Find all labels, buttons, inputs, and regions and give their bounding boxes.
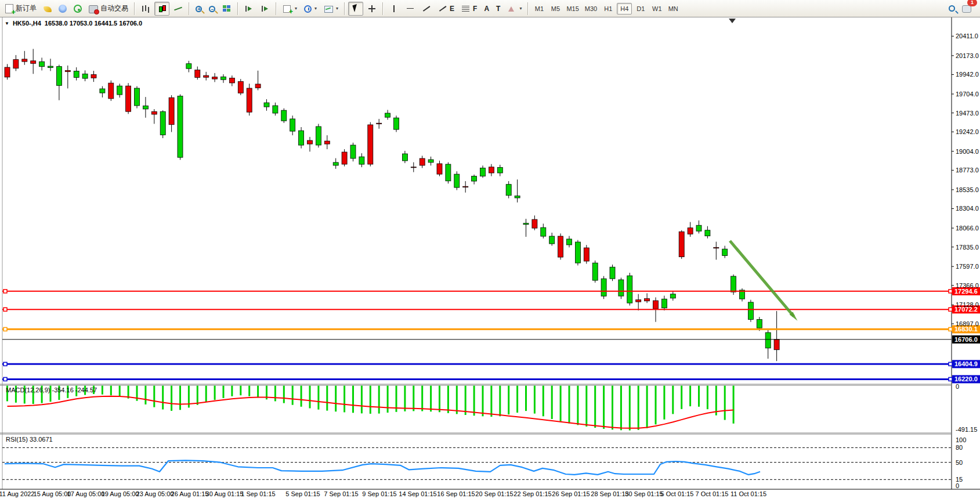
chart-shift-button[interactable] xyxy=(258,2,273,16)
candle xyxy=(515,196,520,198)
signal-icon xyxy=(74,5,82,13)
y-axis-tick-label: 18066.0 xyxy=(956,225,979,232)
candle xyxy=(731,276,736,292)
search-button[interactable] xyxy=(946,2,958,16)
horizontal-line-tool-button[interactable] xyxy=(403,2,418,16)
text-tool-button[interactable]: A xyxy=(481,2,492,16)
channel-tool-button[interactable]: E xyxy=(435,2,457,16)
candle xyxy=(575,242,580,263)
main-toolbar: 新订单 自动交易 ▾ ▾ xyxy=(0,0,980,17)
periods-button[interactable]: ▾ xyxy=(301,2,320,16)
notifications-button[interactable]: 1 xyxy=(959,2,974,16)
autotrade-button[interactable]: 自动交易 xyxy=(86,2,131,16)
toolbar-separator xyxy=(134,2,135,15)
crosshair-icon xyxy=(367,4,377,13)
level-axis-handle xyxy=(949,290,952,293)
x-axis-label: 9 Sep 01:15 xyxy=(362,490,396,497)
candle xyxy=(5,67,10,77)
candle xyxy=(342,152,347,164)
line-chart-mode-button[interactable] xyxy=(171,2,186,16)
candle xyxy=(39,62,45,67)
candle xyxy=(238,81,243,93)
y-axis-tick-label: 19473.0 xyxy=(956,110,979,117)
level-axis-handle xyxy=(949,362,952,366)
timeframe-button-m15[interactable]: M15 xyxy=(564,3,581,15)
candle xyxy=(645,299,650,301)
shapes-tool-button[interactable]: ▾ xyxy=(504,2,525,16)
rsi-axis-label: 80 xyxy=(956,444,963,451)
bar-chart-mode-button[interactable] xyxy=(138,2,153,16)
x-axis-label: 22 Sep 01:15 xyxy=(513,490,551,497)
indicators-button[interactable]: ▾ xyxy=(280,2,300,16)
trendline-tool-button[interactable] xyxy=(419,2,434,16)
trendline-icon xyxy=(422,4,431,13)
macd-label: MACD(12,26,9) -354.16 -244.57 xyxy=(6,387,97,393)
timeframe-button-m5[interactable]: M5 xyxy=(548,3,563,15)
candle xyxy=(273,106,278,113)
candle xyxy=(402,154,407,161)
chart-background xyxy=(0,17,980,502)
candle xyxy=(333,162,338,165)
candle xyxy=(308,140,313,144)
timeframe-button-mn[interactable]: MN xyxy=(666,3,681,15)
tile-windows-button[interactable] xyxy=(219,2,234,16)
level-anchor-handle[interactable] xyxy=(3,308,7,311)
y-axis-tick-label: 19004.0 xyxy=(956,148,979,155)
zoom-in-icon xyxy=(196,6,202,12)
label-tool-button[interactable]: T xyxy=(493,2,503,16)
styles-button[interactable] xyxy=(41,2,55,16)
candle xyxy=(661,299,667,308)
auto-scroll-button[interactable] xyxy=(241,2,256,16)
fibonacci-tool-button[interactable]: F xyxy=(458,2,480,16)
candle xyxy=(411,167,416,168)
crosshair-tool-button[interactable] xyxy=(364,2,379,16)
chart-canvas[interactable]: 17294.617072.216830.116706.016404.916220… xyxy=(0,17,980,502)
new-order-button[interactable]: 新订单 xyxy=(2,2,39,16)
candle xyxy=(636,300,641,302)
candle xyxy=(65,70,70,71)
candle xyxy=(368,125,373,164)
candle xyxy=(100,89,105,93)
candle xyxy=(705,230,710,236)
timeframe-button-d1[interactable]: D1 xyxy=(633,3,648,15)
candlestick-mode-button[interactable] xyxy=(154,2,169,16)
timeframe-button-h1[interactable]: H1 xyxy=(601,3,616,15)
cursor-tool-button[interactable] xyxy=(348,2,363,16)
level-axis-handle xyxy=(949,308,952,311)
timeframe-button-m1[interactable]: M1 xyxy=(531,3,547,15)
macd-axis-min-label: -491.15 xyxy=(956,426,977,433)
timeframe-button-m30[interactable]: M30 xyxy=(583,3,599,15)
vertical-line-tool-button[interactable] xyxy=(386,2,402,16)
terminal-window: 新订单 自动交易 ▾ ▾ xyxy=(0,0,980,502)
zoom-out-button[interactable] xyxy=(206,2,218,16)
candle xyxy=(489,167,494,173)
candle xyxy=(221,77,226,80)
candle xyxy=(186,64,191,69)
candle xyxy=(178,96,183,157)
level-anchor-handle[interactable] xyxy=(3,377,7,381)
level-anchor-handle[interactable] xyxy=(3,362,7,366)
candle xyxy=(281,110,287,121)
level-anchor-handle[interactable] xyxy=(3,290,7,293)
candle xyxy=(748,302,753,320)
zoom-in-button[interactable] xyxy=(193,2,205,16)
candle xyxy=(472,176,477,182)
signals-button[interactable] xyxy=(71,2,85,16)
candle xyxy=(420,158,425,165)
collapse-arrow-icon[interactable]: ▼ xyxy=(5,21,9,26)
level-anchor-handle[interactable] xyxy=(3,327,7,331)
candle xyxy=(480,168,486,176)
candle xyxy=(497,167,502,173)
templates-button[interactable]: ▾ xyxy=(321,2,341,16)
timeframe-button-h4[interactable]: H4 xyxy=(617,3,632,15)
chat-bubble-icon xyxy=(962,5,971,13)
auto-scroll-icon xyxy=(244,4,254,13)
toolbar-separator xyxy=(382,2,384,15)
community-button[interactable] xyxy=(56,2,70,16)
candle xyxy=(316,127,321,145)
level-axis-handle xyxy=(949,377,952,381)
candle xyxy=(117,86,122,95)
candle xyxy=(454,174,460,187)
x-axis-label: 7 Sep 01:15 xyxy=(324,490,358,497)
timeframe-button-w1[interactable]: W1 xyxy=(649,3,664,15)
